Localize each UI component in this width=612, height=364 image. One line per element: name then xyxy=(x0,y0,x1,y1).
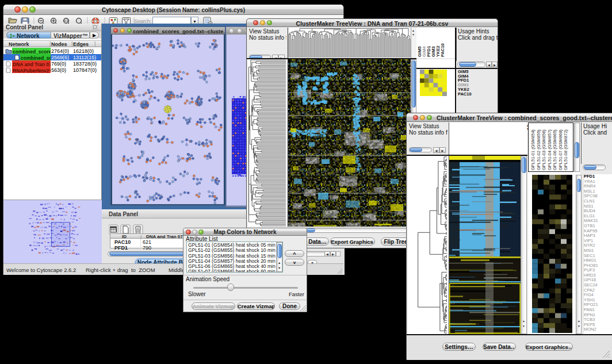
svg-text:GPL51-08 (GSM872): GPL51-08 (GSM872) xyxy=(563,129,568,170)
svg-text:GPL51-06 (GSM865): GPL51-06 (GSM865) xyxy=(552,129,557,170)
svg-text:GPL51-03 (GSM856): GPL51-03 (GSM856) xyxy=(541,129,546,170)
svg-text:PAC10: PAC10 xyxy=(440,43,445,57)
svg-text:GPL51-07 (GSM868): GPL51-07 (GSM868) xyxy=(558,129,563,170)
svg-text:1:1: 1:1 xyxy=(64,20,68,22)
svg-text:GPL51-04 (GSM857): GPL51-04 (GSM857) xyxy=(547,129,552,170)
svg-text:GPL51-02 (GSM855): GPL51-02 (GSM855) xyxy=(536,129,541,170)
svg-text:GPL51-01 (GSM854): GPL51-01 (GSM854) xyxy=(530,129,536,170)
